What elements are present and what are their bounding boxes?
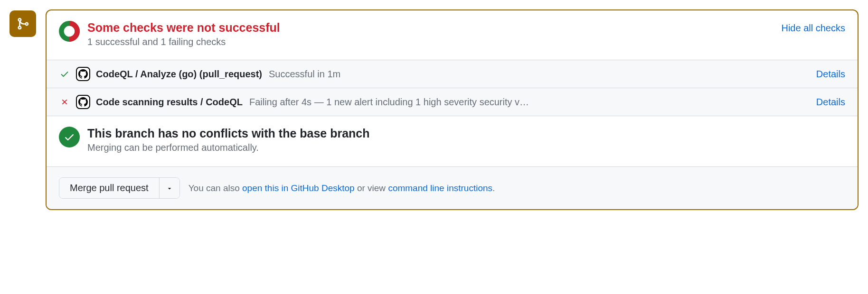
checks-status-text: Some checks were not successful 1 succes…: [87, 21, 781, 47]
footer-text: You can also open this in GitHub Desktop…: [189, 183, 495, 193]
checks-status-subtitle: 1 successful and 1 failing checks: [87, 37, 781, 47]
check-details-link[interactable]: Details: [816, 97, 845, 108]
footer-text-middle: or view: [355, 183, 388, 193]
triangle-down-icon: [166, 185, 173, 192]
check-success-icon: [59, 69, 70, 79]
conflicts-title: This branch has no conflicts with the ba…: [87, 127, 370, 140]
checks-status-header: Some checks were not successful 1 succes…: [47, 10, 858, 60]
merge-status-box: Some checks were not successful 1 succes…: [46, 9, 859, 210]
conflicts-text: This branch has no conflicts with the ba…: [87, 127, 370, 153]
merge-timeline: Some checks were not successful 1 succes…: [9, 9, 859, 210]
merge-dropdown-button[interactable]: [159, 178, 179, 198]
merge-pull-request-button[interactable]: Merge pull request: [59, 178, 159, 198]
checks-status-title: Some checks were not successful: [87, 21, 781, 35]
github-app-icon: [76, 67, 90, 81]
footer-text-before: You can also: [189, 183, 242, 193]
hide-all-checks-link[interactable]: Hide all checks: [781, 21, 845, 34]
footer-text-after: .: [492, 183, 495, 193]
git-merge-icon: [16, 17, 29, 30]
merge-button-group: Merge pull request: [59, 177, 180, 199]
check-name: CodeQL / Analyze (go) (pull_request): [96, 69, 262, 80]
check-failure-icon: [59, 98, 70, 106]
conflicts-subtitle: Merging can be performed automatically.: [87, 142, 370, 153]
open-github-desktop-link[interactable]: open this in GitHub Desktop: [242, 183, 355, 193]
merge-footer: Merge pull request You can also open thi…: [47, 166, 858, 209]
check-row: CodeQL / Analyze (go) (pull_request) Suc…: [47, 60, 858, 88]
no-conflicts-check-icon: [59, 127, 80, 147]
svg-point-1: [61, 23, 77, 39]
command-line-instructions-link[interactable]: command line instructions: [388, 183, 492, 193]
check-details-link[interactable]: Details: [816, 69, 845, 80]
check-detail: Failing after 4s — 1 new alert including…: [249, 97, 811, 108]
github-app-icon: [76, 95, 90, 109]
conflicts-section: This branch has no conflicts with the ba…: [47, 116, 858, 166]
status-donut-icon: [59, 21, 80, 42]
check-row: Code scanning results / CodeQL Failing a…: [47, 88, 858, 116]
git-merge-badge: [9, 10, 36, 37]
check-name: Code scanning results / CodeQL: [96, 97, 243, 108]
check-detail: Successful in 1m: [269, 69, 811, 80]
